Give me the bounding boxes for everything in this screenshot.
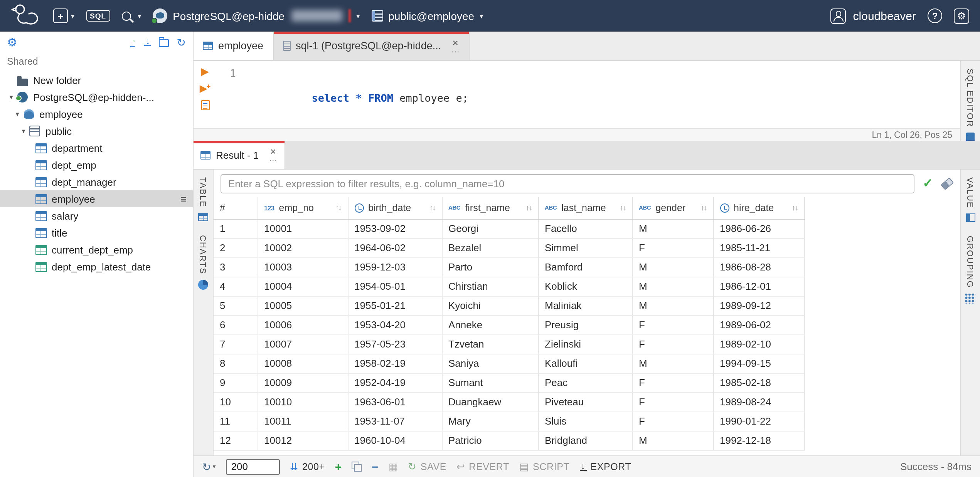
grid-cell[interactable]: 10008	[258, 354, 348, 373]
row-number-cell[interactable]: 11	[214, 411, 258, 431]
grid-cell[interactable]: M	[632, 277, 713, 296]
column-header[interactable]: ABC last_name ↑↓	[538, 197, 632, 219]
grid-cell[interactable]: 1985-11-21	[713, 238, 804, 257]
grid-cell[interactable]: F	[632, 315, 713, 334]
grid-cell[interactable]: Tzvetan	[442, 334, 538, 354]
tree-item[interactable]: New folder ≡	[0, 72, 193, 89]
result-panel-tab[interactable]: VALUE	[966, 177, 975, 222]
grid-cell[interactable]: Kyoichi	[442, 296, 538, 315]
grid-cell[interactable]: F	[632, 238, 713, 257]
grid-cell[interactable]: 1952-04-19	[348, 373, 442, 392]
chevron-down-icon[interactable]: ▾	[19, 127, 29, 135]
grid-cell[interactable]: 1953-11-07	[348, 411, 442, 431]
row-number-cell[interactable]: 10	[214, 392, 258, 411]
row-number-cell[interactable]: 9	[214, 373, 258, 392]
grid-cell[interactable]: Kalloufi	[538, 354, 632, 373]
tree-item[interactable]: title ≡	[0, 224, 193, 241]
tree-item[interactable]: current_dept_emp ≡	[0, 241, 193, 258]
table-row[interactable]: 6 10006 1953-04-20 Anneke Preusig F 1989…	[214, 315, 804, 334]
grid-cell[interactable]: Mary	[442, 411, 538, 431]
refresh-result-button[interactable]: ↻ ▾	[202, 460, 216, 473]
column-header[interactable]: ABC gender ↑↓	[632, 197, 713, 219]
grid-cell[interactable]: F	[632, 411, 713, 431]
row-number-cell[interactable]: 5	[214, 296, 258, 315]
edit-mode-button[interactable]: ▦	[389, 462, 398, 472]
row-number-cell[interactable]: 8	[214, 354, 258, 373]
row-number-cell[interactable]: 7	[214, 334, 258, 354]
grid-cell[interactable]: 10007	[258, 334, 348, 354]
column-header[interactable]: 123 emp_no ↑↓	[258, 197, 348, 219]
column-header[interactable]: # ↑↓	[214, 197, 258, 219]
grid-cell[interactable]: 10006	[258, 315, 348, 334]
grid-cell[interactable]: M	[632, 431, 713, 450]
clear-filter-icon[interactable]	[941, 177, 954, 190]
sort-icon[interactable]: ↑↓	[526, 204, 532, 212]
column-header[interactable]: ABC first_name ↑↓	[442, 197, 538, 219]
connection-dropdown[interactable]: PostgreSQL@ep-hidde ▾	[153, 8, 360, 23]
grid-cell[interactable]: 1954-05-01	[348, 277, 442, 296]
grid-cell[interactable]: Anneke	[442, 315, 538, 334]
grid-cell[interactable]: Chirstian	[442, 277, 538, 296]
sort-icon[interactable]: ↑↓	[792, 204, 798, 212]
grid-cell[interactable]: 1989-09-12	[713, 296, 804, 315]
presentation-tab[interactable]: TABLE	[198, 177, 208, 221]
execute-script-icon[interactable]	[201, 100, 209, 110]
tree-item[interactable]: ▾ employee ≡	[0, 106, 193, 123]
column-header[interactable]: hire_date ↑↓	[713, 197, 804, 219]
grid-cell[interactable]: 10010	[258, 392, 348, 411]
table-row[interactable]: 8 10008 1958-02-19 Saniya Kalloufi M 199…	[214, 354, 804, 373]
grid-cell[interactable]: Patricio	[442, 431, 538, 450]
tree-item[interactable]: dept_manager ≡	[0, 173, 193, 190]
row-number-cell[interactable]: 1	[214, 219, 258, 238]
chevron-down-icon[interactable]: ▾	[6, 93, 16, 101]
sql-editor-panel-tab[interactable]: SQL EDITOR	[966, 69, 975, 143]
table-row[interactable]: 9 10009 1952-04-19 Sumant Peac F 1985-02…	[214, 373, 804, 392]
tree-item[interactable]: salary ≡	[0, 207, 193, 224]
sort-icon[interactable]: ↑↓	[701, 204, 707, 212]
help-button[interactable]: ?	[928, 8, 942, 23]
chevron-down-icon[interactable]: ▾	[12, 110, 22, 118]
grid-cell[interactable]: 1955-01-21	[348, 296, 442, 315]
grid-cell[interactable]: M	[632, 257, 713, 277]
refresh-tree-icon[interactable]: ↻	[177, 37, 186, 47]
grid-cell[interactable]: Zielinski	[538, 334, 632, 354]
grid-cell[interactable]: 10003	[258, 257, 348, 277]
grid-cell[interactable]: Saniya	[442, 354, 538, 373]
tree-item[interactable]: ▾ public ≡	[0, 123, 193, 139]
tree-item[interactable]: dept_emp_latest_date ≡	[0, 258, 193, 275]
fetch-size-input[interactable]	[226, 459, 280, 474]
row-number-cell[interactable]: 12	[214, 431, 258, 450]
grid-cell[interactable]: 1989-06-02	[713, 315, 804, 334]
grid-cell[interactable]: 10012	[258, 431, 348, 450]
grid-cell[interactable]: 1957-05-23	[348, 334, 442, 354]
grid-cell[interactable]: Preusig	[538, 315, 632, 334]
table-row[interactable]: 2 10002 1964-06-02 Bezalel Simmel F 1985…	[214, 238, 804, 257]
grid-cell[interactable]: 1985-02-18	[713, 373, 804, 392]
tree-item[interactable]: department ≡	[0, 139, 193, 156]
settings-button[interactable]: ⚙	[954, 8, 969, 24]
grid-cell[interactable]: Bamford	[538, 257, 632, 277]
grid-cell[interactable]: 10002	[258, 238, 348, 257]
grid-cell[interactable]: 1992-12-18	[713, 431, 804, 450]
grid-cell[interactable]: 1989-02-10	[713, 334, 804, 354]
row-number-cell[interactable]: 3	[214, 257, 258, 277]
table-row[interactable]: 4 10004 1954-05-01 Chirstian Koblick M 1…	[214, 277, 804, 296]
navigator-settings-icon[interactable]: ⚙	[7, 36, 17, 48]
new-folder-icon[interactable]	[159, 39, 169, 47]
row-number-cell[interactable]: 2	[214, 238, 258, 257]
grid-cell[interactable]: Bridgland	[538, 431, 632, 450]
tree-item[interactable]: dept_emp ≡	[0, 156, 193, 173]
grid-cell[interactable]: Parto	[442, 257, 538, 277]
revert-button[interactable]: ↩ REVERT	[456, 461, 509, 472]
duplicate-row-button[interactable]	[352, 462, 362, 472]
column-header[interactable]: birth_date ↑↓	[348, 197, 442, 219]
table-row[interactable]: 7 10007 1957-05-23 Tzvetan Zielinski F 1…	[214, 334, 804, 354]
grid-cell[interactable]: 1989-08-24	[713, 392, 804, 411]
add-row-button[interactable]: +	[335, 461, 342, 472]
user-menu[interactable]: cloudbeaver	[831, 8, 916, 24]
item-menu-icon[interactable]: ≡	[180, 193, 187, 205]
grid-cell[interactable]: 10001	[258, 219, 348, 238]
filter-input[interactable]	[221, 174, 914, 193]
delete-row-button[interactable]: −	[372, 461, 379, 472]
result-panel-tab[interactable]: GROUPING	[965, 236, 975, 304]
